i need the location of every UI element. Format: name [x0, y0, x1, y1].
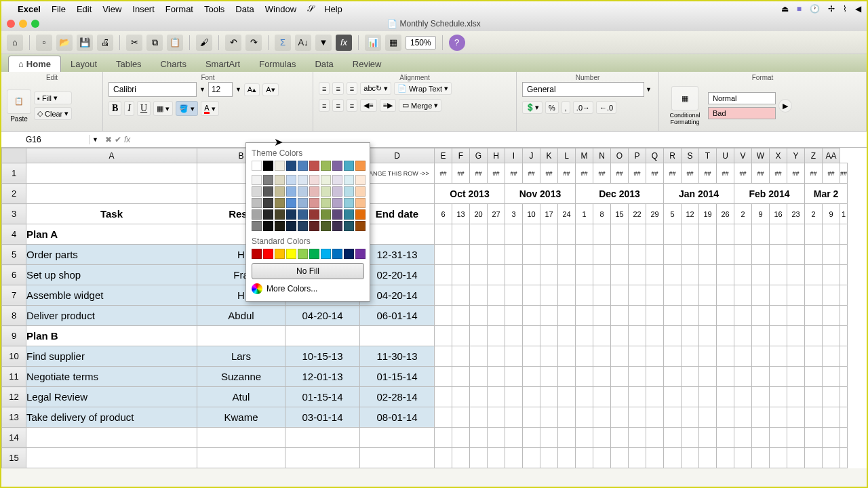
color-swatch[interactable] — [355, 221, 366, 231]
gantt-cell[interactable] — [734, 367, 752, 387]
gantt-cell[interactable] — [752, 346, 770, 367]
gantt-cell[interactable] — [435, 387, 452, 407]
color-swatch[interactable] — [275, 198, 285, 208]
color-swatch[interactable] — [275, 221, 285, 231]
gantt-cell[interactable] — [611, 407, 629, 428]
paste-button[interactable]: 📋 — [7, 89, 31, 114]
gantt-cell[interactable] — [664, 387, 682, 407]
gantt-cell[interactable] — [470, 346, 488, 367]
zoom-button[interactable] — [31, 20, 39, 28]
color-swatch[interactable] — [298, 209, 308, 220]
gantt-cell[interactable] — [593, 407, 611, 428]
color-swatch[interactable] — [321, 186, 331, 197]
gantt-cell[interactable] — [576, 265, 593, 285]
more-colors-button[interactable]: More Colors... — [252, 282, 364, 296]
gantt-cell[interactable] — [470, 285, 488, 306]
gantt-cell[interactable] — [523, 407, 540, 428]
color-swatch[interactable] — [263, 175, 273, 185]
col-header[interactable]: Z — [805, 148, 823, 163]
font-name-select[interactable]: Calibri — [108, 82, 197, 97]
underline-button[interactable]: U — [137, 101, 151, 116]
script-icon[interactable]: 𝒮 — [307, 3, 313, 14]
gantt-cell[interactable] — [488, 285, 505, 306]
gantt-cell[interactable] — [734, 306, 752, 326]
color-swatch[interactable] — [355, 186, 366, 197]
color-swatch[interactable] — [355, 209, 366, 220]
gantt-cell[interactable] — [840, 285, 848, 306]
color-swatch[interactable] — [355, 161, 366, 171]
conditional-formatting-button[interactable]: ▦ — [671, 86, 698, 110]
cut-icon[interactable]: ✂ — [126, 35, 142, 51]
gantt-cell[interactable] — [452, 387, 470, 407]
gantt-cell[interactable] — [452, 306, 470, 326]
color-swatch[interactable] — [332, 198, 342, 208]
tab-tables[interactable]: Tables — [106, 56, 151, 72]
copy-icon[interactable]: ⧉ — [146, 35, 163, 51]
zoom-level[interactable]: 150% — [406, 36, 436, 49]
sort-icon[interactable]: A↓ — [295, 35, 311, 51]
home-icon[interactable]: ⌂ — [7, 35, 23, 51]
style-normal[interactable]: Normal — [708, 92, 776, 104]
borders-button[interactable]: ▦ ▾ — [153, 101, 173, 116]
gantt-cell[interactable] — [435, 265, 452, 285]
color-swatch[interactable] — [309, 221, 319, 231]
color-swatch[interactable] — [252, 186, 262, 197]
gantt-cell[interactable] — [611, 245, 629, 265]
menu-view[interactable]: View — [102, 4, 121, 14]
clock-icon[interactable]: 🕐 — [810, 4, 820, 14]
gantt-cell[interactable] — [611, 387, 629, 407]
color-swatch[interactable] — [355, 175, 366, 185]
resp-cell[interactable]: Suzanne — [197, 367, 285, 387]
gantt-cell[interactable] — [629, 306, 646, 326]
indent-inc-button[interactable]: ≡▶ — [380, 99, 396, 112]
col-header[interactable]: V — [734, 148, 752, 163]
gantt-cell[interactable] — [558, 346, 576, 367]
fill-button[interactable]: ▪ Fill ▾ — [34, 92, 72, 104]
col-header[interactable]: P — [629, 148, 646, 163]
gantt-cell[interactable] — [558, 245, 576, 265]
color-swatch[interactable] — [263, 249, 273, 259]
gantt-cell[interactable] — [593, 265, 611, 285]
fill-color-button[interactable]: 🪣 ▾ — [176, 101, 198, 116]
row-header[interactable]: 3 — [2, 204, 26, 224]
align-top-button[interactable]: ≡ — [319, 82, 330, 95]
merge-button[interactable]: ▭ Merge ▾ — [399, 99, 441, 112]
undo-icon[interactable]: ↶ — [225, 35, 241, 51]
color-swatch[interactable] — [298, 221, 308, 231]
color-swatch[interactable] — [298, 186, 308, 197]
col-header[interactable]: N — [593, 148, 611, 163]
gantt-cell[interactable] — [752, 387, 770, 407]
gantt-cell[interactable] — [435, 346, 452, 367]
volume-icon[interactable]: ◀ — [855, 4, 861, 14]
row-header[interactable]: 1 — [2, 163, 26, 184]
task-cell[interactable]: Set up shop — [26, 265, 197, 285]
gantt-cell[interactable] — [505, 367, 523, 387]
gantt-cell[interactable] — [717, 285, 734, 306]
gantt-cell[interactable] — [770, 346, 787, 367]
gantt-cell[interactable] — [558, 285, 576, 306]
gantt-cell[interactable] — [540, 306, 558, 326]
gantt-cell[interactable] — [505, 285, 523, 306]
gantt-cell[interactable] — [699, 306, 717, 326]
col-header[interactable]: G — [470, 148, 488, 163]
gantt-cell[interactable] — [664, 265, 682, 285]
gantt-cell[interactable] — [734, 285, 752, 306]
gantt-cell[interactable] — [505, 407, 523, 428]
color-swatch[interactable] — [298, 198, 308, 208]
table-icon[interactable]: ▦ — [385, 35, 401, 51]
gantt-cell[interactable] — [593, 285, 611, 306]
gantt-cell[interactable] — [823, 387, 840, 407]
col-header[interactable]: K — [540, 148, 558, 163]
gantt-cell[interactable] — [576, 407, 593, 428]
gantt-cell[interactable] — [646, 387, 664, 407]
resp-cell[interactable]: Atul — [197, 387, 285, 407]
gantt-cell[interactable] — [752, 306, 770, 326]
gantt-cell[interactable] — [488, 265, 505, 285]
gantt-cell[interactable] — [682, 285, 699, 306]
tab-layout[interactable]: Layout — [61, 56, 106, 72]
gantt-cell[interactable] — [717, 346, 734, 367]
align-bottom-button[interactable]: ≡ — [347, 82, 357, 95]
gantt-cell[interactable] — [752, 245, 770, 265]
gantt-cell[interactable] — [787, 285, 805, 306]
redo-icon[interactable]: ↷ — [245, 35, 262, 51]
